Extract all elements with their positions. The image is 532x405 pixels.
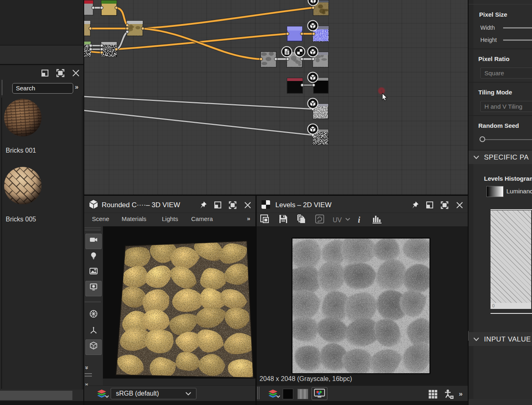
svg-text:i: i	[358, 215, 360, 224]
svg-text:UV: UV	[333, 217, 342, 223]
